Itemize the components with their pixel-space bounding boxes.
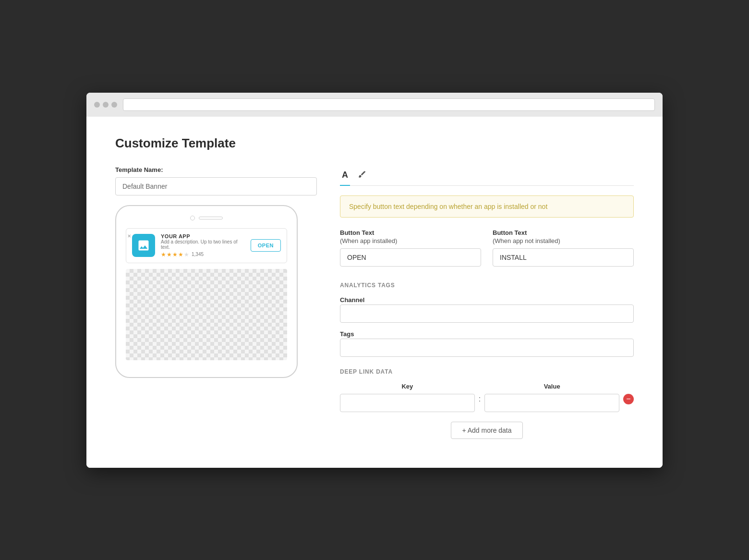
right-column: A Specify button text depending on wheth… xyxy=(340,166,634,439)
tags-input[interactable] xyxy=(340,339,634,357)
app-description: Add a description. Up to two lines of te… xyxy=(161,239,245,250)
page-content: Customize Template Template Name: ✕ xyxy=(86,117,663,468)
star-2: ★ xyxy=(167,251,172,258)
star-1: ★ xyxy=(161,251,166,258)
dot-green xyxy=(111,102,117,108)
browser-dots xyxy=(94,102,117,108)
dot-red xyxy=(94,102,100,108)
channel-input[interactable] xyxy=(340,304,634,323)
analytics-heading: ANALYTICS TAGS xyxy=(340,282,634,289)
star-5: ★ xyxy=(184,251,189,258)
button-not-installed-input[interactable] xyxy=(493,248,634,267)
checkerboard-placeholder xyxy=(126,269,287,360)
key-label: Key xyxy=(340,383,475,390)
stars-row: ★ ★ ★ ★ ★ 1,345 xyxy=(161,251,245,258)
phone-mockup: ✕ YOUR APP Add a description. Up to two … xyxy=(115,205,298,378)
button-installed-sublabel: (When app installed) xyxy=(340,237,481,244)
button-not-installed-group: Button Text (When app not installed) xyxy=(493,229,634,267)
dot-yellow xyxy=(103,102,109,108)
phone-top xyxy=(126,216,287,220)
value-label: Value xyxy=(484,383,619,390)
browser-toolbar xyxy=(86,93,663,117)
tags-group: Tags xyxy=(340,330,634,357)
key-input[interactable] xyxy=(340,394,475,412)
open-app-button[interactable]: OPEN xyxy=(251,239,281,252)
browser-window: Customize Template Template Name: ✕ xyxy=(86,93,663,468)
button-installed-label: Button Text xyxy=(340,229,481,236)
button-text-row: Button Text (When app installed) Button … xyxy=(340,229,634,267)
button-not-installed-label: Button Text xyxy=(493,229,634,236)
key-value-row: Key : Value xyxy=(340,383,634,412)
add-more-data-button[interactable]: + Add more data xyxy=(451,422,522,439)
paint-tab-icon xyxy=(358,170,366,181)
tab-text[interactable]: A xyxy=(340,166,350,185)
star-3: ★ xyxy=(172,251,178,258)
left-column: Template Name: ✕ xyxy=(115,166,317,439)
phone-camera xyxy=(190,216,195,220)
two-column-layout: Template Name: ✕ xyxy=(115,166,634,439)
channel-group: Channel xyxy=(340,296,634,323)
template-name-label: Template Name: xyxy=(115,166,317,173)
star-4: ★ xyxy=(178,251,183,258)
rating-count: 1,345 xyxy=(192,252,204,257)
phone-speaker xyxy=(199,217,223,219)
tab-paint[interactable] xyxy=(356,166,368,185)
button-installed-group: Button Text (When app installed) xyxy=(340,229,481,267)
page-title: Customize Template xyxy=(115,136,634,151)
button-installed-input[interactable] xyxy=(340,248,481,267)
value-input[interactable] xyxy=(484,394,619,412)
colon-separator: : xyxy=(479,395,481,403)
info-banner: Specify button text depending on whether… xyxy=(340,195,634,218)
deep-link-section: DEEP LINK DATA Key : Value xyxy=(340,368,634,412)
channel-label: Channel xyxy=(340,296,634,304)
analytics-section: ANALYTICS TAGS Channel Tags xyxy=(340,282,634,357)
close-icon[interactable]: ✕ xyxy=(125,232,133,240)
app-image-icon xyxy=(137,239,150,252)
template-name-input[interactable] xyxy=(115,177,317,195)
remove-row-button[interactable] xyxy=(623,394,634,404)
app-info: YOUR APP Add a description. Up to two li… xyxy=(161,233,245,258)
tags-label: Tags xyxy=(340,330,634,338)
app-icon xyxy=(132,234,155,257)
key-field-group: Key xyxy=(340,383,475,412)
tabs-row: A xyxy=(340,166,634,186)
address-bar xyxy=(123,98,655,111)
app-banner-card: ✕ YOUR APP Add a description. Up to two … xyxy=(126,228,287,263)
app-name: YOUR APP xyxy=(161,233,245,239)
button-not-installed-sublabel: (When app not installed) xyxy=(493,237,634,244)
value-field-group: Value xyxy=(484,383,619,412)
deep-link-heading: DEEP LINK DATA xyxy=(340,368,634,375)
add-more-wrapper: + Add more data xyxy=(340,422,634,439)
text-tab-icon: A xyxy=(342,170,348,180)
